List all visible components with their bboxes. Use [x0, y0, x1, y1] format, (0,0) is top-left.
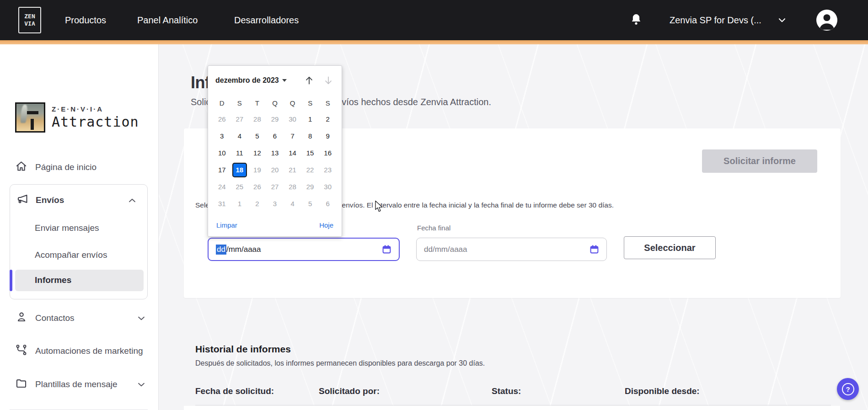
- calendar-day[interactable]: 25: [231, 178, 249, 195]
- sidebar-item-envios[interactable]: Envíos: [16, 193, 64, 208]
- history-header-divider: [195, 405, 831, 405]
- calendar-day[interactable]: 8: [301, 128, 319, 144]
- calendar-day[interactable]: 6: [319, 195, 337, 212]
- calendar-weekday: T: [248, 95, 266, 111]
- calendar-weekdays: DSTQQSS: [208, 95, 342, 111]
- nav-item-productos[interactable]: Productos: [65, 0, 106, 40]
- help-button[interactable]: ?: [837, 378, 859, 400]
- date-segment-day[interactable]: dd: [216, 245, 226, 255]
- calendar-day[interactable]: 20: [266, 161, 284, 178]
- chevron-down-icon[interactable]: [135, 313, 147, 325]
- bell-icon[interactable]: [630, 13, 642, 28]
- calendar-day[interactable]: 2: [248, 195, 266, 212]
- screen: ZEN VIA Productos Panel Analítico Desarr…: [0, 0, 868, 410]
- calendar-day[interactable]: 1: [301, 111, 319, 128]
- calendar-day[interactable]: 11: [231, 144, 249, 161]
- attraction-logo-image: [15, 102, 45, 133]
- calendar-day[interactable]: 3: [213, 128, 231, 144]
- calendar-day[interactable]: 15: [301, 144, 319, 161]
- nav-item-panel-analitico[interactable]: Panel Analítico: [137, 0, 198, 40]
- calendar-day[interactable]: 22: [301, 161, 319, 178]
- history-column-header: Solicitado por:: [319, 386, 492, 396]
- calendar-day[interactable]: 26: [213, 111, 231, 128]
- date-picker-footer: Limpar Hoje: [208, 221, 342, 236]
- month-year-label: dezembro de 2023: [215, 76, 279, 85]
- calendar-picker-icon[interactable]: [589, 245, 599, 254]
- sidebar-item-acompanar-envios[interactable]: Acompañar envíos: [35, 250, 107, 260]
- top-navbar: ZEN VIA Productos Panel Analítico Desarr…: [0, 0, 868, 40]
- calendar-day[interactable]: 14: [284, 144, 301, 161]
- history-title: Historial de informes: [195, 344, 291, 355]
- calendar-day[interactable]: 17: [213, 161, 231, 178]
- active-indicator: [10, 270, 12, 291]
- calendar-day[interactable]: 24: [213, 178, 231, 195]
- calendar-day[interactable]: 5: [301, 195, 319, 212]
- calendar-day[interactable]: 1: [231, 195, 249, 212]
- calendar-day[interactable]: 7: [284, 128, 301, 144]
- calendar-picker-icon[interactable]: [382, 245, 391, 254]
- calendar-day[interactable]: 29: [301, 178, 319, 195]
- calendar-day[interactable]: 4: [284, 195, 301, 212]
- calendar-weekday: D: [213, 95, 231, 111]
- clear-link[interactable]: Limpar: [216, 221, 237, 229]
- sidebar-item-label: Página de inicio: [35, 162, 96, 172]
- calendar-day[interactable]: 30: [319, 178, 337, 195]
- nav-item-desarrolladores[interactable]: Desarrolladores: [234, 0, 299, 40]
- sidebar-item-plantillas[interactable]: Plantillas de mensaje: [15, 377, 118, 392]
- calendar-day[interactable]: 28: [284, 178, 301, 195]
- request-report-button[interactable]: Solicitar informe: [702, 149, 817, 173]
- calendar-day[interactable]: 28: [248, 111, 266, 128]
- calendar-day[interactable]: 19: [248, 161, 266, 178]
- calendar-day[interactable]: 2: [319, 111, 337, 128]
- sidebar-item-contactos[interactable]: Contactos: [15, 311, 75, 325]
- select-period-button[interactable]: Seleccionar: [624, 236, 716, 259]
- calendar-day[interactable]: 6: [266, 128, 284, 144]
- calendar-weekday: Q: [284, 95, 301, 111]
- calendar-day[interactable]: 4: [231, 128, 249, 144]
- calendar-day[interactable]: 26: [248, 178, 266, 195]
- history-columns: Fecha de solicitud:Solicitado por:Status…: [195, 386, 700, 396]
- calendar-day[interactable]: 10: [213, 144, 231, 161]
- sidebar-item-label: Automaciones de marketing: [35, 346, 143, 356]
- sidebar-item-informes[interactable]: Informes: [35, 275, 71, 285]
- month-year-selector[interactable]: dezembro de 2023: [215, 76, 287, 85]
- sidebar-item-home[interactable]: Página de inicio: [15, 160, 96, 175]
- zenvia-logo[interactable]: ZEN VIA: [18, 7, 41, 33]
- chevron-up-icon[interactable]: [126, 196, 138, 208]
- calendar-day[interactable]: 23: [319, 161, 337, 178]
- calendar-day[interactable]: 21: [284, 161, 301, 178]
- calendar-day[interactable]: 31: [213, 195, 231, 212]
- date-placeholder[interactable]: dd/mm/aaaa: [424, 245, 467, 254]
- start-date-input[interactable]: dd/mm/aaaa: [208, 238, 400, 261]
- sidebar-item-enviar-mensajes[interactable]: Enviar mensajes: [35, 223, 99, 233]
- chevron-down-icon[interactable]: [777, 15, 788, 27]
- calendar-day[interactable]: 16: [319, 144, 337, 161]
- calendar-day[interactable]: 3: [266, 195, 284, 212]
- account-switcher[interactable]: Zenvia SP for Devs (...: [670, 0, 761, 40]
- dropdown-triangle-icon: [282, 79, 287, 82]
- calendar-day[interactable]: 30: [284, 111, 301, 128]
- end-date-input[interactable]: dd/mm/aaaa: [416, 238, 607, 261]
- previous-month-arrow-icon[interactable]: [303, 75, 315, 86]
- calendar-weekday: S: [319, 95, 337, 111]
- calendar-day[interactable]: 29: [266, 111, 284, 128]
- today-link[interactable]: Hoje: [319, 221, 333, 229]
- calendar-weekday: S: [301, 95, 319, 111]
- avatar-icon[interactable]: [816, 10, 837, 31]
- calendar-weekday: Q: [266, 95, 284, 111]
- calendar-day-selected[interactable]: 18: [231, 161, 249, 178]
- calendar-day[interactable]: 5: [248, 128, 266, 144]
- calendar-day[interactable]: 27: [231, 111, 249, 128]
- next-month-arrow-icon[interactable]: [322, 75, 334, 86]
- calendar-day[interactable]: 13: [266, 144, 284, 161]
- megaphone-icon: [16, 193, 29, 208]
- date-segment-rest[interactable]: /mm/aaaa: [226, 245, 261, 254]
- home-icon: [15, 160, 27, 175]
- history-column-header: Disponible desde:: [625, 386, 700, 396]
- history-first-row: [184, 406, 840, 410]
- sidebar-item-automaciones[interactable]: Automaciones de marketing: [15, 344, 143, 358]
- calendar-day[interactable]: 12: [248, 144, 266, 161]
- calendar-day[interactable]: 9: [319, 128, 337, 144]
- chevron-down-icon[interactable]: [135, 379, 147, 391]
- calendar-day[interactable]: 27: [266, 178, 284, 195]
